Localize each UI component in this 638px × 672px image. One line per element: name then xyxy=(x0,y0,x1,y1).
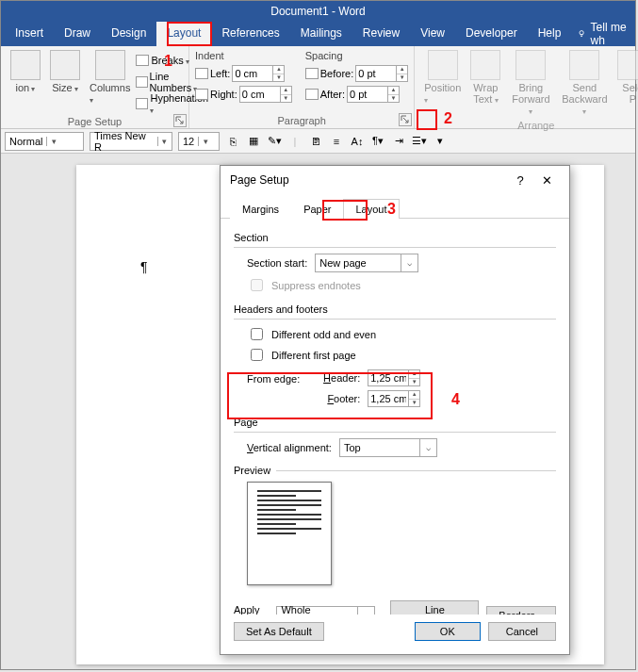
group-paragraph: Indent Left: ▲▼ Right: ▲▼ Spacing Before… xyxy=(189,46,415,128)
apply-to-label: Apply to: xyxy=(234,604,269,615)
tab-draw[interactable]: Draw xyxy=(54,22,101,46)
bring-forward-icon xyxy=(515,50,546,80)
spacing-label: Spacing xyxy=(305,50,408,61)
ribbon: ion Size Columns Breaks Line Numbers Hyp… xyxy=(1,46,635,129)
dialog-help-button[interactable]: ? xyxy=(507,173,533,188)
spacing-before-icon xyxy=(305,68,319,79)
tab-view[interactable]: View xyxy=(410,22,455,46)
tab-layout[interactable]: Layout xyxy=(156,22,211,46)
tab-help[interactable]: Help xyxy=(528,22,572,46)
columns-icon xyxy=(95,50,125,80)
columns-button[interactable]: Columns xyxy=(86,48,134,114)
preview-label: Preview xyxy=(234,465,270,476)
chevron-down-icon[interactable]: ▾ xyxy=(157,137,172,146)
spacing-after-input[interactable]: ▲▼ xyxy=(347,86,400,103)
line-numbers-icon xyxy=(136,76,147,88)
indent-left-icon xyxy=(195,68,208,79)
font-combo[interactable]: Times New R▾ xyxy=(90,132,172,151)
dialog-body: Section Section start: New page⌵ Suppres… xyxy=(221,219,569,615)
app-title: Document1 - Word xyxy=(270,5,365,18)
font-size-combo[interactable]: 12▾ xyxy=(178,132,220,151)
dialog-tabs: Margins Paper Layout xyxy=(221,198,569,219)
toolbar-icon-3[interactable]: ✎▾ xyxy=(267,134,282,149)
suppress-endnotes-check: Suppress endnotes xyxy=(247,276,556,294)
toolbar-icon-2[interactable]: ▦ xyxy=(246,134,261,149)
group-label-pagesetup: Page Setup xyxy=(7,114,183,129)
header-distance-input[interactable]: ▲▼ xyxy=(368,369,420,386)
toolbar-icon-sep: | xyxy=(287,134,303,149)
tab-review[interactable]: Review xyxy=(352,22,410,46)
breaks-icon xyxy=(136,55,149,66)
dialog-close-button[interactable]: ✕ xyxy=(533,173,560,188)
size-icon xyxy=(50,50,80,80)
group-page-setup: ion Size Columns Breaks Line Numbers Hyp… xyxy=(1,46,189,128)
toolbar-icon-8[interactable]: ⇥ xyxy=(391,134,406,149)
position-icon xyxy=(428,50,458,80)
vertical-alignment-select[interactable]: Top⌵ xyxy=(339,438,437,457)
apply-to-select[interactable]: Whole document⌵ xyxy=(276,606,375,615)
toolbar-icon-6[interactable]: A↕ xyxy=(350,134,365,149)
toolbar-icon-5[interactable]: ≡ xyxy=(329,134,344,149)
paragraph-mark: ¶ xyxy=(140,259,148,274)
orientation-icon xyxy=(10,50,41,80)
tell-me-label: Tell me wh xyxy=(591,21,630,47)
bulb-icon xyxy=(577,27,586,41)
dialog-footer: Set As Default OK Cancel xyxy=(221,615,569,654)
tab-design[interactable]: Design xyxy=(101,22,156,46)
spacing-after-icon xyxy=(305,89,319,100)
tell-me[interactable]: Tell me wh xyxy=(571,22,635,46)
columns-label: Columns xyxy=(90,82,130,105)
section-start-select[interactable]: New page⌵ xyxy=(315,254,418,272)
headers-footers-label: Headers and footers xyxy=(234,303,556,315)
tab-references[interactable]: References xyxy=(211,22,289,46)
ok-button[interactable]: OK xyxy=(415,622,481,641)
toolbar-icon-9[interactable]: ☰▾ xyxy=(412,134,427,149)
dialog-tab-paper[interactable]: Paper xyxy=(291,199,343,219)
dialog-tab-margins[interactable]: Margins xyxy=(230,199,291,219)
pagesetup-launcher[interactable] xyxy=(173,114,187,127)
page-label: Page xyxy=(234,417,556,428)
dialog-titlebar: Page Setup ? ✕ xyxy=(221,166,569,194)
page-setup-dialog: Page Setup ? ✕ Margins Paper Layout Sect… xyxy=(220,165,570,655)
chevron-down-icon[interactable]: ⌵ xyxy=(419,439,436,456)
chevron-down-icon[interactable]: ⌵ xyxy=(357,607,374,615)
orientation-button[interactable]: ion xyxy=(7,48,44,114)
toolbar-icon-10[interactable]: ▾ xyxy=(433,134,448,149)
selection-pane-icon xyxy=(617,50,638,80)
line-numbers-button[interactable]: Line Numbers... xyxy=(390,600,479,615)
indent-right-input[interactable]: ▲▼ xyxy=(239,86,292,103)
indent-left-input[interactable]: ▲▼ xyxy=(232,65,285,82)
toolbar-icon-1[interactable]: ⎘ xyxy=(225,134,240,149)
section-label: Section xyxy=(234,232,556,243)
different-odd-even-check[interactable]: Different odd and even xyxy=(247,325,556,343)
tab-insert[interactable]: Insert xyxy=(5,22,54,46)
tab-mailings[interactable]: Mailings xyxy=(290,22,352,46)
ribbon-tabs: Insert Draw Design Layout References Mai… xyxy=(1,22,635,46)
preview-thumbnail xyxy=(247,482,332,585)
size-button[interactable]: Size xyxy=(46,48,84,114)
hyphenation-icon xyxy=(136,98,148,109)
group-label-arrange: Arrange xyxy=(420,118,638,133)
chevron-down-icon[interactable]: ▾ xyxy=(46,137,61,146)
set-as-default-button[interactable]: Set As Default xyxy=(234,622,324,641)
different-first-page-check[interactable]: Different first page xyxy=(247,346,556,364)
chevron-down-icon[interactable]: ▾ xyxy=(198,137,213,146)
group-arrange: Position Wrap Text Bring Forward Send Ba… xyxy=(415,46,638,128)
wrap-text-icon xyxy=(470,50,500,80)
spacing-before-input[interactable]: ▲▼ xyxy=(355,65,408,82)
footer-distance-input[interactable]: ▲▼ xyxy=(368,390,420,407)
dialog-tab-layout[interactable]: Layout xyxy=(343,199,399,219)
indent-right-icon xyxy=(195,89,208,100)
dialog-title: Page Setup xyxy=(230,173,289,187)
paragraph-launcher[interactable] xyxy=(399,113,412,126)
size-label: Size xyxy=(52,82,78,93)
cancel-button[interactable]: Cancel xyxy=(488,622,556,641)
borders-button[interactable]: Borders... xyxy=(486,606,556,615)
toolbar-icon-4[interactable]: 🖹 xyxy=(308,134,323,149)
toolbar-icon-7[interactable]: ¶▾ xyxy=(370,134,385,149)
chevron-down-icon[interactable]: ⌵ xyxy=(401,254,417,271)
tab-developer[interactable]: Developer xyxy=(455,22,528,46)
style-combo[interactable]: Normal▾ xyxy=(5,132,84,151)
group-label-paragraph: Paragraph xyxy=(195,113,408,128)
bring-forward-button: Bring Forward xyxy=(506,48,555,118)
